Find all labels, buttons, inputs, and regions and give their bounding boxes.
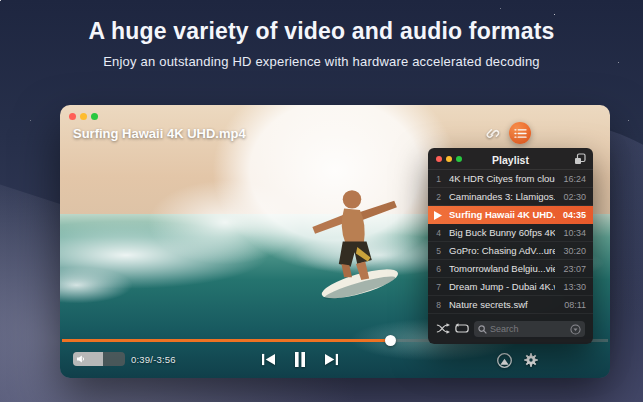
repeat-button[interactable] bbox=[455, 323, 469, 335]
repeat-icon bbox=[455, 323, 469, 334]
settings-button[interactable] bbox=[522, 351, 540, 369]
playlist-item[interactable]: 8 Nature secrets.swf 08:11 bbox=[428, 296, 593, 314]
previous-button[interactable] bbox=[259, 350, 277, 368]
minimize-button[interactable] bbox=[80, 113, 87, 120]
wallpaper-stars bbox=[0, 0, 1, 1]
playlist-window: Playlist 1 4K HDR Cityes from clouds.avi… bbox=[428, 148, 593, 344]
playlist-toolbar: Search bbox=[428, 314, 593, 344]
playlist-item-number: 1 bbox=[432, 170, 445, 188]
next-button[interactable] bbox=[322, 350, 340, 368]
playlist-toggle-button[interactable] bbox=[509, 122, 531, 144]
playlist-item[interactable]: 1 4K HDR Cityes from clouds.avi 16:24 bbox=[428, 170, 593, 188]
playlist-item-number: 4 bbox=[432, 224, 445, 242]
playlist-menu-icon bbox=[514, 128, 527, 139]
playlist-item[interactable]: 4 Big Buck Bunny 60fps 4K.mkv 10:34 bbox=[428, 224, 593, 242]
playlist-item-duration: 04:35 bbox=[563, 206, 586, 224]
playlist-item-duration: 02:30 bbox=[563, 188, 586, 206]
stream-button[interactable] bbox=[495, 351, 513, 369]
playlist-item[interactable]: 5 GoPro: Chasing AdV...ure 4K.mp4 30:20 bbox=[428, 242, 593, 260]
hero-subtitle: Enjoy an outstanding HD experience with … bbox=[0, 54, 643, 69]
search-placeholder: Search bbox=[490, 324, 570, 334]
playlist-item-number: 5 bbox=[432, 242, 445, 260]
playlist-item-duration: 10:34 bbox=[563, 224, 586, 242]
time-display: 0:39/-3:56 bbox=[131, 354, 176, 365]
playlist-item-number: 2 bbox=[432, 188, 445, 206]
player-traffic-lights bbox=[69, 113, 98, 120]
playlist-item-name: Caminandes 3: Llamigos.mov bbox=[449, 188, 555, 206]
shuffle-icon bbox=[436, 323, 450, 334]
playlist-item-name: Surfing Hawaii 4K UHD.mp4 bbox=[449, 206, 555, 224]
pop-out-icon[interactable] bbox=[574, 153, 586, 165]
hero-title: A huge variety of video and audio format… bbox=[0, 18, 643, 45]
playlist-item[interactable]: 3 Surfing Hawaii 4K UHD.mp4 04:35 bbox=[428, 206, 593, 224]
link-icon[interactable] bbox=[484, 125, 501, 142]
close-button[interactable] bbox=[69, 113, 76, 120]
playlist-item-duration: 08:11 bbox=[564, 296, 586, 314]
playlist-titlebar: Playlist bbox=[428, 148, 593, 170]
video-frame-surfer bbox=[286, 176, 418, 313]
playlist-item-duration: 13:30 bbox=[563, 278, 586, 296]
volume-slider[interactable] bbox=[73, 352, 125, 366]
shuffle-button[interactable] bbox=[436, 323, 450, 335]
playhead[interactable] bbox=[385, 335, 396, 346]
playlist-rows: 1 4K HDR Cityes from clouds.avi 16:24 2 … bbox=[428, 170, 593, 314]
playlist-item-name: Tomorrowland Belgiu...vie 4K.mkv bbox=[449, 260, 555, 278]
search-filter-icon[interactable] bbox=[570, 324, 581, 335]
playlist-item[interactable]: 2 Caminandes 3: Llamigos.mov 02:30 bbox=[428, 188, 593, 206]
zoom-button[interactable] bbox=[91, 113, 98, 120]
playlist-item-name: Nature secrets.swf bbox=[449, 296, 555, 314]
pause-button[interactable] bbox=[291, 350, 309, 368]
playlist-item[interactable]: 6 Tomorrowland Belgiu...vie 4K.mkv 23:07 bbox=[428, 260, 593, 278]
playlist-item-number: 8 bbox=[432, 296, 445, 314]
playing-icon bbox=[434, 211, 442, 220]
speaker-icon bbox=[77, 355, 86, 363]
playlist-item-name: GoPro: Chasing AdV...ure 4K.mp4 bbox=[449, 242, 555, 260]
playlist-item-number: 7 bbox=[432, 278, 445, 296]
playlist-item-number: 6 bbox=[432, 260, 445, 278]
player-window-title: Surfing Hawaii 4K UHD.mp4 bbox=[73, 126, 246, 141]
airplay-icon bbox=[496, 352, 513, 369]
progress-fill bbox=[62, 339, 390, 342]
hero: A huge variety of video and audio format… bbox=[0, 18, 643, 69]
playlist-item-name: Dream Jump - Dubai 4K.wmv bbox=[449, 278, 555, 296]
playlist-search-field[interactable]: Search bbox=[474, 321, 585, 337]
gear-icon bbox=[523, 352, 539, 368]
playlist-title: Playlist bbox=[428, 154, 593, 166]
search-icon bbox=[478, 325, 487, 334]
playlist-item-duration: 23:07 bbox=[563, 260, 586, 278]
playlist-item-name: 4K HDR Cityes from clouds.avi bbox=[449, 170, 555, 188]
playlist-item-duration: 16:24 bbox=[563, 170, 586, 188]
playlist-item[interactable]: 7 Dream Jump - Dubai 4K.wmv 13:30 bbox=[428, 278, 593, 296]
playlist-item-duration: 30:20 bbox=[563, 242, 586, 260]
playlist-item-name: Big Buck Bunny 60fps 4K.mkv bbox=[449, 224, 555, 242]
